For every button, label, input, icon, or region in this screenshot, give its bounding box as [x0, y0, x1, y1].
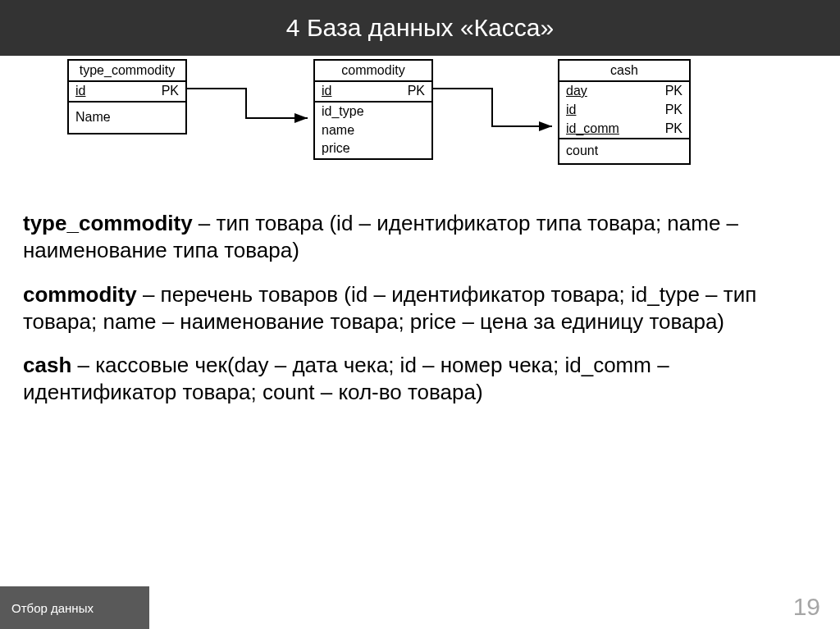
attr-field: name: [322, 122, 354, 139]
attr-field: price: [322, 140, 350, 157]
slide-title: 4 База данных «Касса»: [286, 14, 554, 42]
pk-field: day: [566, 83, 587, 100]
er-diagram: type_commodity id PK Name commodity id P…: [0, 56, 840, 187]
entity-header: commodity: [315, 61, 431, 82]
pk-tag: PK: [665, 83, 682, 100]
footer-label: Отбор данных: [0, 586, 149, 629]
entity-cash: cash day PK id PK id_comm PK count: [558, 59, 691, 165]
pk-tag: PK: [162, 83, 179, 100]
entity-type-commodity: type_commodity id PK Name: [67, 59, 187, 134]
entity-header: type_commodity: [69, 61, 185, 82]
entity-header: cash: [559, 61, 689, 82]
desc-type-commodity: type_commodity – тип товара (id – иденти…: [23, 210, 817, 265]
pk-tag: PK: [408, 83, 425, 100]
pk-field: id_comm: [566, 121, 619, 138]
page-number: 19: [793, 593, 820, 621]
desc-cash: cash – кассовые чек(day – дата чека; id …: [23, 352, 817, 407]
entity-commodity: commodity id PK id_type name price: [313, 59, 433, 160]
pk-field: id: [322, 83, 331, 100]
slide-footer: Отбор данных 19: [0, 586, 840, 629]
pk-field: id: [75, 83, 85, 100]
attr-field: id_type: [322, 103, 364, 121]
desc-commodity: commodity – перечень товаров (id – идент…: [23, 281, 817, 336]
description-block: type_commodity – тип товара (id – иденти…: [0, 187, 840, 407]
attr-field: count: [566, 143, 598, 160]
attr-field: Name: [75, 109, 111, 126]
pk-field: id: [566, 102, 576, 119]
slide-header: 4 База данных «Касса»: [0, 0, 840, 56]
pk-tag: PK: [665, 102, 682, 119]
pk-tag: PK: [665, 121, 682, 138]
